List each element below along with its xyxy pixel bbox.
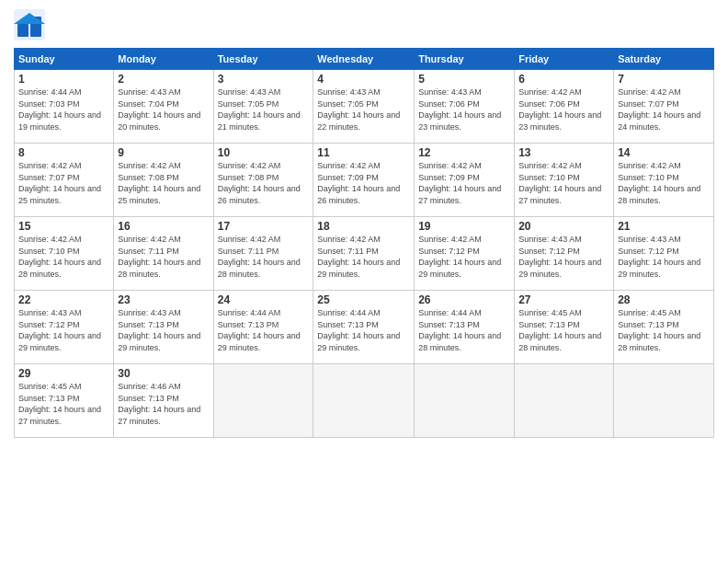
calendar-day-cell: 4 Sunrise: 4:43 AM Sunset: 7:05 PM Dayli…: [313, 70, 415, 144]
day-info: Sunrise: 4:42 AM Sunset: 7:09 PM Dayligh…: [317, 160, 410, 206]
col-friday: Friday: [515, 49, 614, 70]
calendar-day-cell: [313, 364, 415, 438]
calendar-day-cell: 2 Sunrise: 4:43 AM Sunset: 7:04 PM Dayli…: [114, 70, 213, 144]
day-number: 21: [618, 220, 710, 233]
calendar-day-cell: 19 Sunrise: 4:42 AM Sunset: 7:12 PM Dayl…: [415, 217, 515, 291]
day-info: Sunrise: 4:42 AM Sunset: 7:09 PM Dayligh…: [418, 160, 510, 206]
day-info: Sunrise: 4:43 AM Sunset: 7:05 PM Dayligh…: [218, 86, 310, 132]
calendar-day-cell: 5 Sunrise: 4:43 AM Sunset: 7:06 PM Dayli…: [415, 70, 515, 144]
calendar-day-cell: 28 Sunrise: 4:45 AM Sunset: 7:13 PM Dayl…: [614, 291, 714, 364]
col-wednesday: Wednesday: [313, 49, 415, 70]
calendar-day-cell: 16 Sunrise: 4:42 AM Sunset: 7:11 PM Dayl…: [114, 217, 213, 291]
day-number: 9: [118, 146, 209, 159]
day-info: Sunrise: 4:44 AM Sunset: 7:03 PM Dayligh…: [18, 86, 109, 132]
calendar-day-cell: 23 Sunrise: 4:43 AM Sunset: 7:13 PM Dayl…: [114, 291, 213, 364]
calendar-day-cell: 30 Sunrise: 4:46 AM Sunset: 7:13 PM Dayl…: [114, 364, 213, 438]
day-number: 10: [218, 146, 310, 159]
day-info: Sunrise: 4:42 AM Sunset: 7:11 PM Dayligh…: [118, 234, 209, 280]
day-number: 4: [317, 73, 410, 86]
calendar-day-cell: 9 Sunrise: 4:42 AM Sunset: 7:08 PM Dayli…: [114, 144, 213, 217]
calendar-day-cell: 12 Sunrise: 4:42 AM Sunset: 7:09 PM Dayl…: [415, 144, 515, 217]
calendar-day-cell: 27 Sunrise: 4:45 AM Sunset: 7:13 PM Dayl…: [515, 291, 614, 364]
calendar-day-cell: [614, 364, 714, 438]
day-number: 12: [418, 146, 510, 159]
calendar-week-row: 29 Sunrise: 4:45 AM Sunset: 7:13 PM Dayl…: [15, 364, 714, 438]
page: Sunday Monday Tuesday Wednesday Thursday…: [0, 0, 728, 563]
calendar-day-cell: 26 Sunrise: 4:44 AM Sunset: 7:13 PM Dayl…: [415, 291, 515, 364]
calendar-day-cell: 29 Sunrise: 4:45 AM Sunset: 7:13 PM Dayl…: [15, 364, 114, 438]
day-number: 29: [18, 367, 109, 380]
calendar-day-cell: [213, 364, 313, 438]
day-info: Sunrise: 4:42 AM Sunset: 7:12 PM Dayligh…: [418, 234, 510, 280]
calendar-day-cell: 15 Sunrise: 4:42 AM Sunset: 7:10 PM Dayl…: [15, 217, 114, 291]
calendar-day-cell: 25 Sunrise: 4:44 AM Sunset: 7:13 PM Dayl…: [313, 291, 415, 364]
day-info: Sunrise: 4:43 AM Sunset: 7:12 PM Dayligh…: [18, 307, 109, 353]
header: [14, 9, 714, 40]
day-info: Sunrise: 4:42 AM Sunset: 7:11 PM Dayligh…: [317, 234, 410, 280]
calendar-day-cell: 8 Sunrise: 4:42 AM Sunset: 7:07 PM Dayli…: [15, 144, 114, 217]
day-number: 16: [118, 220, 209, 233]
day-info: Sunrise: 4:44 AM Sunset: 7:13 PM Dayligh…: [418, 307, 510, 353]
day-info: Sunrise: 4:43 AM Sunset: 7:12 PM Dayligh…: [618, 234, 710, 280]
day-number: 17: [218, 220, 310, 233]
day-info: Sunrise: 4:43 AM Sunset: 7:04 PM Dayligh…: [118, 86, 209, 132]
day-number: 26: [418, 293, 510, 306]
calendar-day-cell: 14 Sunrise: 4:42 AM Sunset: 7:10 PM Dayl…: [614, 144, 714, 217]
day-number: 15: [18, 220, 109, 233]
day-number: 3: [218, 73, 310, 86]
calendar-day-cell: 17 Sunrise: 4:42 AM Sunset: 7:11 PM Dayl…: [213, 217, 313, 291]
logo: [14, 9, 49, 40]
day-number: 23: [118, 293, 209, 306]
day-number: 6: [518, 73, 609, 86]
calendar-day-cell: 1 Sunrise: 4:44 AM Sunset: 7:03 PM Dayli…: [15, 70, 114, 144]
calendar-week-row: 15 Sunrise: 4:42 AM Sunset: 7:10 PM Dayl…: [15, 217, 714, 291]
day-info: Sunrise: 4:45 AM Sunset: 7:13 PM Dayligh…: [18, 381, 109, 427]
calendar-week-row: 22 Sunrise: 4:43 AM Sunset: 7:12 PM Dayl…: [15, 291, 714, 364]
calendar-day-cell: [515, 364, 614, 438]
day-number: 28: [618, 293, 710, 306]
day-info: Sunrise: 4:44 AM Sunset: 7:13 PM Dayligh…: [317, 307, 410, 353]
col-tuesday: Tuesday: [213, 49, 313, 70]
calendar-week-row: 8 Sunrise: 4:42 AM Sunset: 7:07 PM Dayli…: [15, 144, 714, 217]
day-info: Sunrise: 4:43 AM Sunset: 7:13 PM Dayligh…: [118, 307, 209, 353]
col-sunday: Sunday: [15, 49, 114, 70]
calendar-day-cell: 22 Sunrise: 4:43 AM Sunset: 7:12 PM Dayl…: [15, 291, 114, 364]
calendar-day-cell: 20 Sunrise: 4:43 AM Sunset: 7:12 PM Dayl…: [515, 217, 614, 291]
svg-rect-1: [17, 24, 28, 37]
day-info: Sunrise: 4:43 AM Sunset: 7:12 PM Dayligh…: [518, 234, 609, 280]
calendar-day-cell: 6 Sunrise: 4:42 AM Sunset: 7:06 PM Dayli…: [515, 70, 614, 144]
calendar-day-cell: 13 Sunrise: 4:42 AM Sunset: 7:10 PM Dayl…: [515, 144, 614, 217]
col-monday: Monday: [114, 49, 213, 70]
day-number: 25: [317, 293, 410, 306]
calendar-day-cell: 10 Sunrise: 4:42 AM Sunset: 7:08 PM Dayl…: [213, 144, 313, 217]
col-thursday: Thursday: [415, 49, 515, 70]
day-number: 18: [317, 220, 410, 233]
day-number: 24: [218, 293, 310, 306]
calendar-day-cell: 18 Sunrise: 4:42 AM Sunset: 7:11 PM Dayl…: [313, 217, 415, 291]
day-info: Sunrise: 4:43 AM Sunset: 7:05 PM Dayligh…: [317, 86, 410, 132]
day-number: 5: [418, 73, 510, 86]
day-info: Sunrise: 4:42 AM Sunset: 7:08 PM Dayligh…: [218, 160, 310, 206]
day-number: 14: [618, 146, 710, 159]
day-number: 2: [118, 73, 209, 86]
day-info: Sunrise: 4:42 AM Sunset: 7:11 PM Dayligh…: [218, 234, 310, 280]
day-number: 22: [18, 293, 109, 306]
calendar-header-row: Sunday Monday Tuesday Wednesday Thursday…: [15, 49, 714, 70]
calendar-day-cell: 7 Sunrise: 4:42 AM Sunset: 7:07 PM Dayli…: [614, 70, 714, 144]
calendar-table: Sunday Monday Tuesday Wednesday Thursday…: [14, 48, 714, 438]
day-number: 13: [518, 146, 609, 159]
day-info: Sunrise: 4:42 AM Sunset: 7:10 PM Dayligh…: [18, 234, 109, 280]
calendar-week-row: 1 Sunrise: 4:44 AM Sunset: 7:03 PM Dayli…: [15, 70, 714, 144]
calendar-day-cell: 3 Sunrise: 4:43 AM Sunset: 7:05 PM Dayli…: [213, 70, 313, 144]
day-info: Sunrise: 4:42 AM Sunset: 7:10 PM Dayligh…: [618, 160, 710, 206]
day-info: Sunrise: 4:42 AM Sunset: 7:07 PM Dayligh…: [18, 160, 109, 206]
calendar-day-cell: 21 Sunrise: 4:43 AM Sunset: 7:12 PM Dayl…: [614, 217, 714, 291]
day-number: 19: [418, 220, 510, 233]
day-info: Sunrise: 4:43 AM Sunset: 7:06 PM Dayligh…: [418, 86, 510, 132]
logo-icon: [14, 9, 45, 40]
day-info: Sunrise: 4:42 AM Sunset: 7:07 PM Dayligh…: [618, 86, 710, 132]
day-number: 30: [118, 367, 209, 380]
day-number: 1: [18, 73, 109, 86]
col-saturday: Saturday: [614, 49, 714, 70]
day-info: Sunrise: 4:45 AM Sunset: 7:13 PM Dayligh…: [618, 307, 710, 353]
